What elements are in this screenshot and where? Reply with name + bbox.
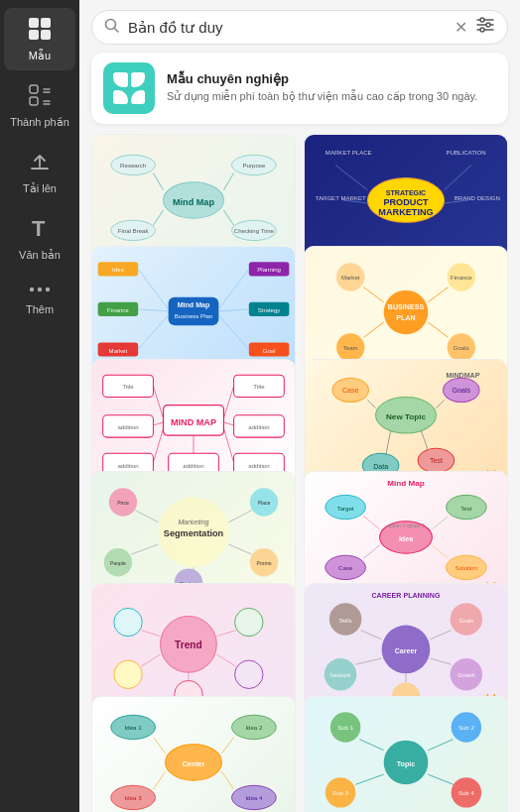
svg-point-15 <box>486 23 490 27</box>
template-thumb-11: Center Idea 1 Idea 2 Idea 3 Idea 4 <box>92 697 295 812</box>
svg-text:addition: addition <box>183 461 203 468</box>
svg-text:MIND MAP: MIND MAP <box>171 417 216 427</box>
sidebar-item-text[interactable]: T Văn bản <box>4 207 75 270</box>
upload-icon <box>27 149 53 178</box>
filter-icon[interactable] <box>475 17 495 38</box>
svg-text:PUBLICATION: PUBLICATION <box>447 149 486 156</box>
sidebar-item-more[interactable]: Thêm <box>4 274 75 323</box>
svg-text:Place: Place <box>258 500 271 506</box>
promo-icon <box>103 62 155 114</box>
svg-rect-5 <box>30 97 38 105</box>
main-panel: ✕ Mẫu chuyên nghiệp Sử dụng miễn ph <box>79 0 520 812</box>
svg-text:Goals: Goals <box>453 387 471 395</box>
svg-text:Network: Network <box>330 673 351 679</box>
svg-line-101 <box>223 428 233 462</box>
svg-text:addition: addition <box>117 461 138 468</box>
template-card-12[interactable]: Topic Sub 1 Sub 2 Sub 3 Sub 4 <box>304 696 508 812</box>
svg-line-60 <box>138 315 168 349</box>
svg-text:Idea 3: Idea 3 <box>125 794 143 801</box>
svg-point-8 <box>38 288 42 291</box>
sidebar-label-components: Thành phần <box>10 116 69 129</box>
svg-point-64 <box>384 290 429 335</box>
svg-text:Research: Research <box>120 162 146 169</box>
svg-text:People: People <box>110 560 126 566</box>
svg-text:Price: Price <box>117 500 129 506</box>
svg-text:Checking Time: Checking Time <box>234 227 275 234</box>
components-icon <box>27 82 53 112</box>
svg-text:Purpose: Purpose <box>243 162 266 169</box>
svg-line-24 <box>223 174 233 190</box>
svg-line-180 <box>430 658 451 664</box>
promo-quad-3 <box>113 90 128 105</box>
svg-line-179 <box>355 658 381 664</box>
svg-point-14 <box>480 18 484 22</box>
svg-text:Segmentation: Segmentation <box>164 528 224 538</box>
svg-text:Center: Center <box>183 760 205 768</box>
svg-text:Goal: Goal <box>263 347 276 354</box>
svg-text:Idea 4: Idea 4 <box>245 794 263 801</box>
svg-text:Finance: Finance <box>107 306 129 313</box>
sidebar-label-text: Văn bản <box>19 249 61 262</box>
sidebar-label-template: Mẫu <box>29 50 51 62</box>
svg-line-97 <box>153 428 163 462</box>
clear-icon[interactable]: ✕ <box>455 18 467 37</box>
svg-text:Marketing: Marketing <box>178 519 208 526</box>
svg-line-76 <box>428 288 448 302</box>
svg-line-147 <box>363 517 379 529</box>
template-grid: Mind Map Research Purpose Final Break Ch… <box>79 134 520 812</box>
text-icon: T <box>27 215 53 245</box>
promo-text: Mẫu chuyên nghiệp Sử dụng miễn phí toàn … <box>167 71 477 104</box>
svg-text:Title: Title <box>122 383 134 390</box>
svg-line-208 <box>355 774 383 784</box>
svg-text:Skills: Skills <box>339 618 352 624</box>
svg-line-63 <box>218 315 248 349</box>
svg-line-177 <box>360 631 381 639</box>
svg-line-160 <box>141 654 160 666</box>
svg-line-132 <box>131 544 158 554</box>
svg-line-75 <box>363 288 383 302</box>
search-bar: ✕ <box>91 10 508 45</box>
svg-text:Final Break: Final Break <box>118 227 150 234</box>
svg-text:Sub 4: Sub 4 <box>458 789 475 796</box>
svg-line-148 <box>432 517 448 529</box>
svg-text:Idea 1: Idea 1 <box>125 724 143 731</box>
svg-line-39 <box>335 165 367 189</box>
svg-text:Career: Career <box>395 647 418 655</box>
svg-rect-4 <box>30 85 38 93</box>
svg-line-133 <box>229 544 252 554</box>
svg-point-155 <box>114 660 142 688</box>
search-icon <box>104 18 120 38</box>
svg-text:Solution: Solution <box>455 564 477 571</box>
svg-line-193 <box>221 737 233 753</box>
svg-text:Mind Map: Mind Map <box>173 197 214 207</box>
svg-line-116 <box>421 430 428 450</box>
search-input[interactable] <box>128 19 447 36</box>
promo-banner[interactable]: Mẫu chuyên nghiệp Sử dụng miễn phí toàn … <box>91 53 508 124</box>
svg-text:Mind Map: Mind Map <box>178 301 210 309</box>
promo-description: Sử dụng miễn phí toàn bộ thư viện mẫu ca… <box>167 89 477 104</box>
promo-quad-4 <box>131 90 146 105</box>
svg-text:Sub 1: Sub 1 <box>337 724 354 731</box>
svg-text:MARKETING: MARKETING <box>378 207 433 217</box>
svg-line-161 <box>216 654 235 666</box>
svg-text:addition: addition <box>248 461 269 468</box>
sidebar-item-upload[interactable]: Tải lên <box>4 141 75 203</box>
svg-text:BUSINESS: BUSINESS <box>388 303 425 311</box>
svg-text:Team: Team <box>343 345 358 352</box>
svg-line-130 <box>135 511 158 522</box>
template-thumb-12: Topic Sub 1 Sub 2 Sub 3 Sub 4 <box>305 697 507 812</box>
svg-text:Growth: Growth <box>457 673 475 679</box>
svg-text:Title: Title <box>253 383 265 390</box>
svg-text:addition: addition <box>248 423 269 430</box>
svg-text:T: T <box>32 216 46 241</box>
sidebar-item-components[interactable]: Thành phần <box>4 74 75 137</box>
sidebar-item-template[interactable]: Mẫu <box>4 8 75 70</box>
svg-text:Data: Data <box>373 462 388 470</box>
svg-text:Business Plan: Business Plan <box>175 312 213 319</box>
svg-point-9 <box>46 288 50 291</box>
template-card-11[interactable]: Center Idea 1 Idea 2 Idea 3 Idea 4 <box>91 696 296 812</box>
svg-line-115 <box>386 430 391 455</box>
svg-text:Test: Test <box>430 457 443 465</box>
svg-line-150 <box>432 545 448 558</box>
svg-line-78 <box>428 322 448 337</box>
